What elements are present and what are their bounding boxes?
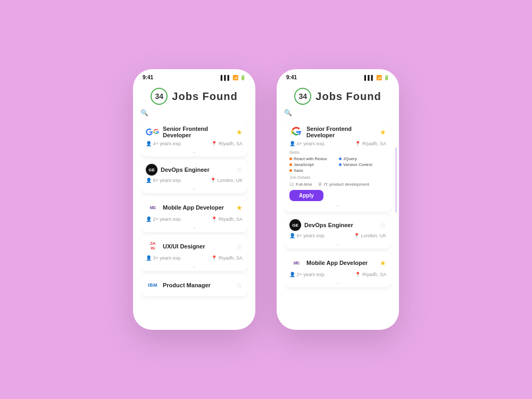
job-title-google-left: Senior Frontend Developer bbox=[163, 126, 236, 138]
job-footer-google-left: 👤 4+ years exp. 📍 Riyadh, SA bbox=[146, 141, 243, 148]
skills-label: Skills bbox=[289, 150, 386, 155]
jobs-title-left: 34 Jobs Found bbox=[140, 81, 248, 109]
battery-icon-r: 🔋 bbox=[384, 75, 389, 80]
wifi-icon: 📶 bbox=[232, 75, 238, 80]
phone-left: 9:41 ▌▌▌ 📶 🔋 34 Jobs Found 🔍 bbox=[133, 69, 255, 330]
jobs-count-badge-right: 34 bbox=[294, 88, 311, 105]
time-left: 9:41 bbox=[143, 74, 153, 80]
loc-stc-left: 📍 Riyadh, SA bbox=[211, 217, 243, 222]
briefcase-icon: 🗂 bbox=[289, 181, 294, 187]
job-card-ge-left[interactable]: GE DevOps Engineer ☆ 👤 6+ years exp. 📍 L… bbox=[140, 160, 248, 193]
jobs-title-right: 34 Jobs Found bbox=[284, 81, 392, 109]
job-card-stc-left[interactable]: stc Mobile App Developer ★ 👤 2+ years ex… bbox=[140, 196, 248, 232]
job-title-ibm-left: Product Manager bbox=[163, 282, 211, 288]
exp-ge-left: 👤 6+ years exp. bbox=[146, 178, 182, 183]
phone-left-content: 34 Jobs Found 🔍 bbox=[133, 81, 255, 330]
job-title-stc-left: Mobile App Developer bbox=[163, 204, 224, 211]
job-header-google-left: Senior Frontend Developer ★ bbox=[146, 125, 243, 139]
exp-ge-right: 👤 6+ years exp. bbox=[289, 233, 326, 238]
star-stc-right[interactable]: ★ bbox=[380, 259, 386, 267]
skill-dot-sass bbox=[289, 169, 292, 172]
job-title-ge-right: DevOps Engineer bbox=[304, 222, 353, 228]
status-icons-right: ▌▌▌ 📶 🔋 bbox=[364, 75, 389, 80]
job-card-ibm-left[interactable]: IBM Product Manager ☆ bbox=[140, 274, 248, 296]
job-type: 🗂 Full-time bbox=[289, 181, 312, 187]
search-icon-right: 🔍 bbox=[284, 109, 292, 117]
jobs-found-text-right: Jobs Found bbox=[315, 90, 381, 103]
chevron-stc-left[interactable]: ⌄ bbox=[146, 223, 243, 230]
job-card-zain-left[interactable]: ZAIN UX/UI Designer ☆ 👤 3+ years exp. 📍 … bbox=[140, 235, 248, 271]
chevron-stc-right[interactable]: ⌄ bbox=[289, 279, 386, 285]
loc-ge-left: 📍 London, UK bbox=[210, 178, 243, 183]
apply-button[interactable]: Apply bbox=[289, 190, 323, 201]
zain-logo-left: ZAIN bbox=[146, 239, 160, 253]
exp-google-right: 👤 4+ years exp. bbox=[289, 141, 326, 146]
jobs-list-right: Senior Frontend Developer ★ 👤 4+ years e… bbox=[284, 121, 392, 326]
job-title-ge-left: DevOps Engineer bbox=[161, 167, 210, 173]
search-bar-left[interactable]: 🔍 bbox=[140, 109, 248, 117]
ge-logo-right: GE bbox=[289, 219, 301, 231]
loc-stc-right: 📍 Riyadh, SA bbox=[355, 272, 386, 277]
job-card-google-left[interactable]: Senior Frontend Developer ★ 👤 4+ years e… bbox=[140, 121, 248, 156]
exp-google-left: 👤 4+ years exp. bbox=[146, 141, 182, 146]
jobs-count-badge-left: 34 bbox=[151, 88, 168, 105]
phone-right-content: 34 Jobs Found 🔍 bbox=[277, 81, 399, 330]
skill-dot-js bbox=[289, 163, 292, 166]
job-title-stc-right: Mobile App Developer bbox=[306, 260, 368, 266]
exp-zain-left: 👤 3+ years exp. bbox=[146, 255, 182, 261]
skill-dot-vc bbox=[339, 163, 342, 166]
loc-ge-right: 📍 London, UK bbox=[354, 233, 386, 238]
loc-google-right: 📍 Riyadh, SA bbox=[355, 141, 386, 146]
job-details-label: Job Details bbox=[289, 175, 386, 180]
exp-stc-right: 👤 2+ years exp. bbox=[289, 272, 326, 277]
chevron-ge-right[interactable]: ⌄ bbox=[289, 240, 386, 246]
stc-logo-left: stc bbox=[146, 201, 160, 214]
google-logo-right bbox=[289, 125, 303, 139]
star-ibm-left[interactable]: ☆ bbox=[236, 281, 243, 289]
loc-zain-left: 📍 Riyadh, SA bbox=[211, 255, 243, 261]
ibm-logo-left: IBM bbox=[146, 278, 160, 292]
notch-left bbox=[178, 69, 210, 78]
skill-react: React with Redux bbox=[289, 156, 337, 161]
ge-logo-left: GE bbox=[146, 164, 157, 176]
jobs-list-left: Senior Frontend Developer ★ 👤 4+ years e… bbox=[140, 121, 248, 326]
job-details-section: Job Details 🗂 Full-time 🖥 IT, product de… bbox=[289, 175, 386, 187]
time-right: 9:41 bbox=[286, 74, 297, 80]
battery-icon: 🔋 bbox=[240, 75, 246, 80]
scrollbar-right[interactable] bbox=[395, 147, 397, 213]
skill-jquery: JQuery bbox=[339, 156, 386, 161]
job-details-row: 🗂 Full-time 🖥 IT, product development bbox=[289, 181, 386, 187]
skill-dot-jquery bbox=[339, 157, 342, 160]
google-logo-left bbox=[146, 125, 160, 139]
star-google-left[interactable]: ★ bbox=[236, 128, 243, 136]
status-icons-left: ▌▌▌ 📶 🔋 bbox=[221, 75, 246, 80]
skill-dot-react bbox=[289, 157, 292, 160]
job-card-google-right[interactable]: Senior Frontend Developer ★ 👤 4+ years e… bbox=[284, 121, 392, 212]
star-google-right[interactable]: ★ bbox=[380, 128, 386, 136]
loc-google-left: 📍 Riyadh, SA bbox=[211, 141, 243, 146]
job-card-ge-right[interactable]: GE DevOps Engineer ☆ 👤 6+ years exp. 📍 L… bbox=[284, 215, 392, 248]
star-ge-right[interactable]: ☆ bbox=[380, 221, 386, 229]
search-icon-left: 🔍 bbox=[140, 109, 148, 117]
star-zain-left[interactable]: ☆ bbox=[236, 243, 243, 251]
job-card-stc-right[interactable]: stc Mobile App Developer ★ 👤 2+ years ex… bbox=[284, 252, 392, 287]
skill-sass: Sass bbox=[289, 168, 337, 173]
skill-vc: Version Control bbox=[339, 162, 386, 167]
chevron-zain-left[interactable]: ⌄ bbox=[146, 262, 243, 269]
signal-icon: ▌▌▌ bbox=[221, 75, 231, 80]
chevron-ge-left[interactable]: ⌄ bbox=[146, 185, 243, 191]
chevron-google-right[interactable]: ⌄ bbox=[289, 201, 386, 207]
star-stc-left[interactable]: ★ bbox=[236, 204, 243, 212]
skill-js: JavaScript bbox=[289, 162, 337, 167]
search-bar-right[interactable]: 🔍 bbox=[284, 109, 392, 117]
star-ge-left[interactable]: ☆ bbox=[236, 166, 243, 174]
job-title-zain-left: UX/UI Designer bbox=[163, 243, 205, 250]
job-title-google-right: Senior Frontend Developer bbox=[306, 126, 380, 138]
chevron-google-left[interactable]: ⌄ bbox=[146, 148, 243, 154]
notch-right bbox=[322, 69, 354, 78]
computer-icon: 🖥 bbox=[318, 181, 322, 187]
signal-icon-r: ▌▌▌ bbox=[364, 75, 375, 80]
phones-container: 9:41 ▌▌▌ 📶 🔋 34 Jobs Found 🔍 bbox=[133, 69, 399, 330]
job-category: 🖥 IT, product development bbox=[318, 181, 369, 187]
phone-right: 9:41 ▌▌▌ 📶 🔋 34 Jobs Found 🔍 bbox=[277, 69, 399, 330]
